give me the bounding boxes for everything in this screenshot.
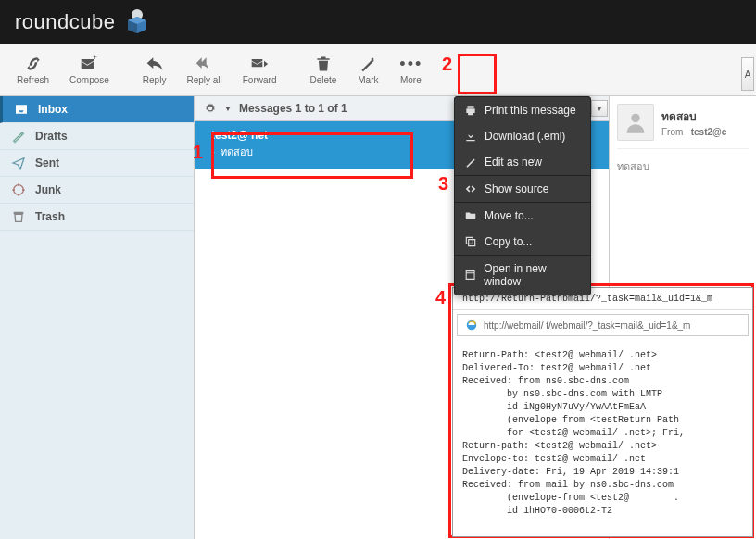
cube-icon	[122, 7, 152, 37]
menu-move[interactable]: Move to...	[455, 203, 590, 229]
compose-button[interactable]: + Compose	[60, 51, 119, 89]
refresh-button[interactable]: Refresh	[7, 51, 58, 89]
preview-from: From test2@c	[662, 127, 749, 137]
user-icon	[623, 109, 649, 135]
more-menu: Print this message Download (.eml) Edit …	[454, 96, 591, 295]
forward-icon	[248, 55, 271, 73]
reply-button[interactable]: Reply	[133, 51, 176, 89]
source-address-bar[interactable]: http://webmail/ t/webmail/?_task=mail&_u…	[457, 314, 749, 336]
app-name: roundcube	[15, 10, 115, 34]
move-icon	[464, 209, 477, 222]
download-icon	[464, 130, 477, 143]
delete-button[interactable]: Delete	[300, 51, 346, 89]
preview-name: ทดสอบ	[662, 107, 749, 125]
folder-trash[interactable]: Trash	[0, 204, 194, 231]
chevron-down-icon[interactable]: ▼	[224, 105, 232, 113]
toolbar: Refresh + Compose Reply Reply all Forwar…	[0, 44, 756, 96]
inbox-icon	[14, 102, 29, 117]
more-icon: •••	[399, 55, 422, 73]
menu-edit[interactable]: Edit as new	[455, 149, 590, 175]
folder-junk[interactable]: Junk	[0, 177, 194, 204]
collapse-toggle[interactable]: ▼	[591, 100, 608, 117]
menu-copy[interactable]: Copy to...	[455, 229, 590, 255]
folder-sent[interactable]: Sent	[0, 150, 194, 177]
folder-inbox[interactable]: Inbox	[0, 96, 194, 123]
edit-icon	[464, 156, 477, 169]
forward-button[interactable]: Forward	[233, 51, 286, 89]
copy-icon	[464, 235, 477, 248]
menu-print[interactable]: Print this message	[455, 97, 590, 123]
gear-icon[interactable]	[204, 102, 217, 115]
preview-header: ทดสอบ From test2@c	[617, 104, 749, 149]
newwin-icon	[464, 269, 476, 282]
menu-download[interactable]: Download (.eml)	[455, 123, 590, 149]
source-body: Return-Path: <test2@ webmail/ .net> Deli…	[453, 340, 752, 527]
menu-show-source[interactable]: Show source	[455, 176, 590, 202]
trash-folder-icon	[11, 209, 26, 224]
trash-icon	[312, 55, 334, 73]
top-bar: roundcube	[0, 0, 756, 44]
compose-icon: +	[78, 55, 100, 73]
reply-all-icon	[194, 55, 216, 73]
account-dropdown[interactable]: A	[741, 57, 754, 91]
refresh-icon	[22, 55, 44, 73]
svg-point-2	[14, 185, 24, 195]
source-window: http://Return-Pathbmail/?_task=mail&_uid…	[452, 287, 753, 537]
mark-icon	[357, 55, 379, 73]
folder-drafts[interactable]: Drafts	[0, 123, 194, 150]
list-count: Messages 1 to 1 of 1	[239, 102, 347, 115]
svg-point-3	[631, 114, 639, 122]
print-icon	[464, 104, 477, 117]
source-icon	[464, 182, 477, 195]
svg-text:+: +	[94, 55, 98, 62]
mark-button[interactable]: Mark	[347, 51, 388, 89]
preview-meta: ทดสอบ From test2@c	[662, 107, 749, 137]
app-logo: roundcube	[15, 7, 152, 37]
reply-all-button[interactable]: Reply all	[177, 51, 231, 89]
more-button[interactable]: ••• More	[390, 51, 431, 89]
sent-icon	[11, 156, 26, 170]
menu-new-window[interactable]: Open in new window	[455, 256, 590, 295]
junk-icon	[11, 182, 26, 197]
preview-subject: ทดสอบ	[617, 158, 749, 175]
folder-list: Inbox Drafts Sent Junk Trash	[0, 96, 195, 539]
reply-icon	[144, 55, 166, 73]
avatar	[617, 104, 654, 141]
ie-icon	[465, 319, 478, 332]
pencil-icon	[11, 129, 26, 144]
